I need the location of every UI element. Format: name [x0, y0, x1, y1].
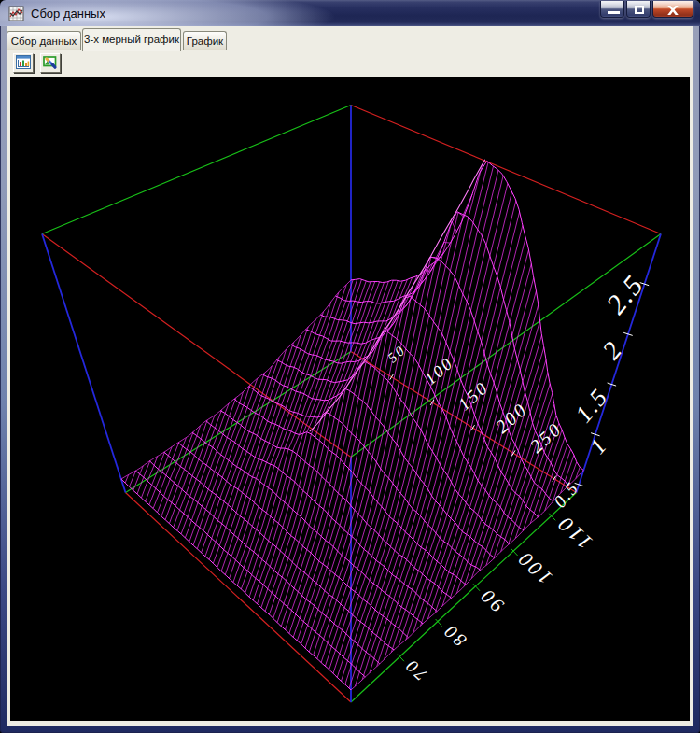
- svg-text:50: 50: [385, 342, 409, 365]
- svg-text:2: 2: [596, 334, 628, 364]
- svg-text:90: 90: [474, 583, 508, 616]
- svg-text:80: 80: [438, 619, 469, 651]
- svg-text:110: 110: [552, 510, 596, 554]
- svg-text:100: 100: [511, 545, 556, 589]
- svg-text:70: 70: [399, 655, 430, 684]
- svg-text:1.5: 1.5: [569, 382, 613, 427]
- svg-text:2.5: 2.5: [599, 268, 649, 319]
